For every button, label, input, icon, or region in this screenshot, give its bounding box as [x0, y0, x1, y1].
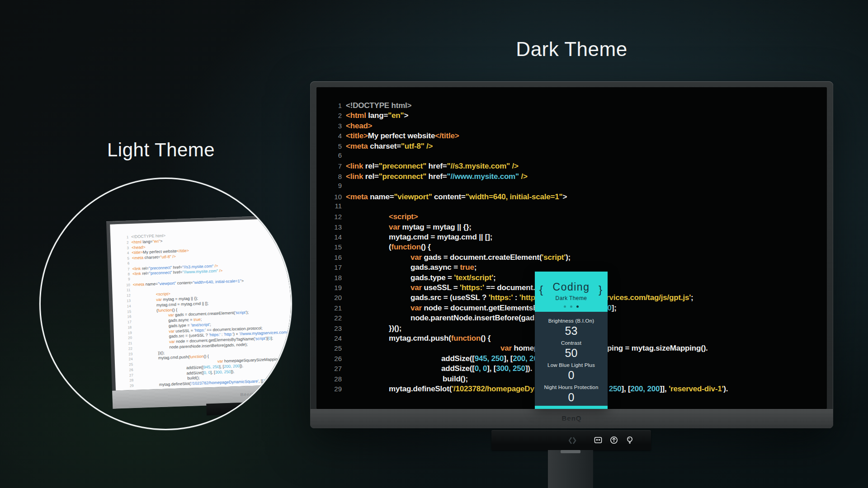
code-text: mytag.cmd.push(function() {: [346, 333, 491, 343]
code-text: node.parentNode.insertBefore(gads, node)…: [346, 313, 566, 323]
code-line: 11: [322, 202, 827, 212]
line-number: 2: [119, 240, 129, 245]
code-text: (function() {: [346, 242, 431, 252]
line-number: 7: [120, 267, 130, 272]
osd-setting-label: Brightness (B.I.On): [548, 318, 594, 324]
line-number: 20: [122, 336, 132, 340]
osd-setting-label: Night Hours Protection: [544, 385, 598, 390]
line-number: 17: [122, 320, 132, 324]
code-line: 15(function() {: [322, 242, 827, 252]
code-brackets-icon: [569, 436, 578, 445]
osd-right-brace: }: [599, 283, 602, 296]
code-text: })();: [346, 324, 401, 333]
line-number: 15: [322, 243, 342, 251]
dark-monitor-bezel: BenQ: [310, 409, 833, 428]
osd-setting-row: Brightness (B.I.On)53: [535, 317, 608, 339]
code-text: mytag.cmd = mytag.cmd || [];: [346, 232, 492, 242]
osd-mode-title: Coding: [535, 272, 608, 293]
code-line: 13var mytag = mytag || {};: [322, 222, 827, 232]
benq-logo-dark: BenQ: [310, 414, 833, 422]
lightbulb-icon: [625, 436, 634, 445]
line-number: 3: [322, 122, 342, 130]
code-line: 4<title>My perfect website</title>: [322, 131, 827, 141]
line-number: 18: [122, 325, 132, 330]
code-text: <meta charset="utf-8" />: [346, 141, 433, 151]
osd-setting-label: Contrast: [561, 340, 581, 346]
code-text: gads.src = (useSSL ? 'https:' : 'http:')…: [346, 293, 693, 303]
line-number: 1: [118, 235, 128, 239]
line-number: 3: [119, 246, 129, 250]
osd-setting-row: Low Blue Light Plus0: [535, 361, 608, 383]
line-number: 21: [322, 304, 342, 312]
code-text: <script>: [346, 212, 418, 222]
osd-pagination-dots: [535, 305, 608, 308]
line-number: 22: [123, 347, 132, 351]
code-text: <html lang="en">: [131, 239, 162, 245]
osd-mode-subtitle: Dark Theme: [535, 295, 608, 301]
code-brackets-icon: ❮❯: [263, 404, 273, 410]
line-number: 27: [123, 373, 133, 378]
osd-dot: [570, 305, 572, 308]
line-number: 28: [123, 378, 133, 383]
code-editor-light: 1<!DOCTYPE html>2<html lang="en">3<head>…: [110, 216, 292, 389]
line-number: 7: [322, 162, 342, 170]
code-text: var homepageSquarySizeMapping = mytag.si…: [346, 343, 708, 353]
code-line: 14mytag.cmd = mytag.cmd || [];: [322, 232, 827, 242]
line-number: 29: [124, 384, 134, 388]
menu-joystick-icon: [609, 436, 618, 445]
code-text: gads.type = 'text/script';: [346, 273, 496, 283]
line-number: 14: [322, 233, 342, 241]
code-text: gads.async = true;: [346, 263, 476, 272]
code-line: 10<meta name="viewport" content="width=6…: [322, 192, 827, 202]
line-number: 9: [322, 182, 342, 189]
code-text: <head>: [346, 121, 372, 131]
line-number: 5: [322, 142, 342, 150]
code-text: <!DOCTYPE html>: [346, 101, 411, 111]
line-number: 24: [123, 357, 133, 361]
light-monitor-body: 1<!DOCTYPE html>2<html lang="en">3<head>…: [106, 213, 292, 409]
osd-setting-value: 50: [565, 347, 578, 360]
line-number: 15: [121, 310, 131, 314]
line-number: 12: [322, 213, 342, 221]
monitor-stand: [548, 450, 593, 488]
line-number: 17: [322, 263, 342, 271]
osd-dot: [576, 305, 579, 308]
osd-panel: { } Coding Dark Theme Brightness (B.I.On…: [535, 272, 608, 409]
code-line: 3<head>: [322, 121, 827, 131]
line-number: 14: [121, 304, 131, 309]
osd-setting-value: 0: [568, 391, 575, 404]
line-number: 5: [119, 256, 129, 261]
code-line: 12<script>: [322, 212, 827, 222]
line-number: 9: [120, 277, 130, 282]
marketing-banner: Dark Theme Light Theme 1<!DOCTYPE html>2…: [0, 0, 868, 488]
line-number: 24: [322, 334, 342, 342]
code-text: <link rel="preconnect" href="//s3.mysite…: [346, 161, 519, 171]
line-number: 13: [121, 299, 131, 303]
code-line: 7<link rel="preconnect" href="//s3.mysit…: [322, 161, 827, 171]
osd-header: { } Coding Dark Theme: [535, 272, 608, 312]
line-number: 21: [122, 341, 132, 346]
code-line: 8<link rel="preconnect" href="//www.mysi…: [322, 172, 827, 182]
code-line: 5<meta charset="utf-8" />: [322, 141, 827, 151]
code-text: build();: [346, 374, 468, 384]
line-number: 16: [121, 314, 131, 319]
line-number: 10: [322, 193, 342, 201]
osd-setting-row: Contrast50: [535, 339, 608, 361]
line-number: 23: [123, 352, 132, 357]
code-line: 16var gads = document.createElement('scr…: [322, 253, 827, 263]
stand-hinge: [561, 450, 580, 453]
line-number: 6: [322, 151, 342, 159]
code-text: var mytag = mytag || {};: [346, 222, 472, 232]
osd-footer-strip: [535, 406, 608, 409]
osd-setting-label: Low Blue Light Plus: [547, 362, 595, 368]
line-number: 25: [322, 344, 342, 352]
osd-setting-value: 0: [568, 369, 575, 382]
line-number: 26: [123, 368, 133, 372]
line-number: 27: [322, 365, 342, 372]
line-number: 29: [322, 385, 342, 393]
benq-logo-light: BenQ: [240, 392, 254, 397]
code-line: 2<html lang="en">: [322, 111, 827, 121]
line-number: 19: [322, 284, 342, 291]
dark-theme-heading: Dark Theme: [310, 38, 833, 61]
monitor-control-bar: [491, 430, 651, 450]
